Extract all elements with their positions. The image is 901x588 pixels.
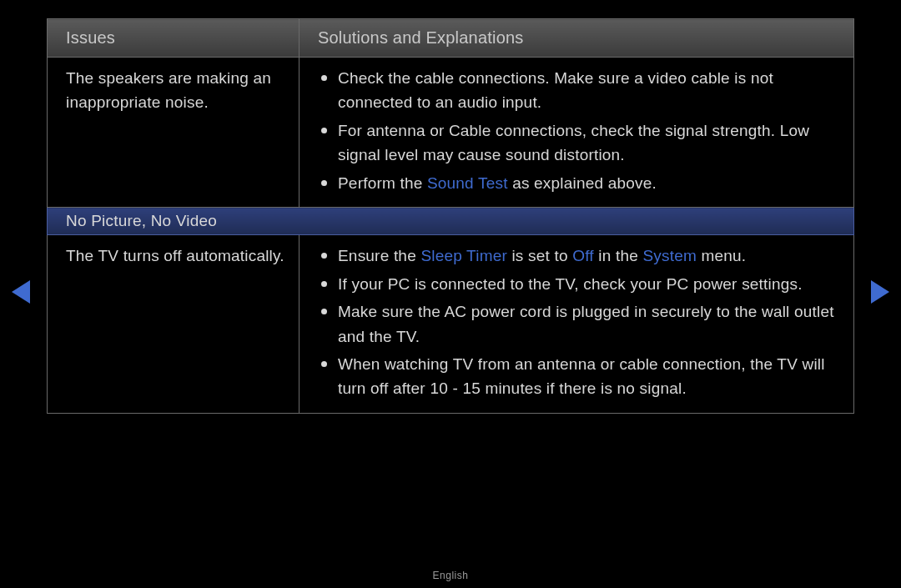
section-title: No Picture, No Video [48, 208, 854, 235]
footer-language: English [0, 570, 901, 581]
solution-text: menu. [697, 247, 746, 264]
header-issues: Issues [48, 19, 299, 58]
troubleshooting-table: Issues Solutions and Explanations The sp… [47, 18, 854, 414]
solution-item: Ensure the Sleep Timer is set to Off in … [320, 244, 838, 268]
table-header-row: Issues Solutions and Explanations [48, 19, 854, 58]
section-header-row: No Picture, No Video [48, 208, 854, 235]
issue-cell: The speakers are making an inappropriate… [48, 58, 299, 208]
solution-item: When watching TV from an antenna or cabl… [320, 352, 838, 401]
solution-text: is set to [507, 247, 572, 264]
manual-page: Issues Solutions and Explanations The sp… [0, 0, 901, 588]
keyword-sound-test: Sound Test [427, 174, 508, 192]
solution-text: Perform the [338, 174, 427, 192]
solution-item: Check the cable connections. Make sure a… [320, 66, 838, 115]
issue-cell: The TV turns off automatically. [48, 235, 299, 414]
solution-cell: Check the cable connections. Make sure a… [299, 58, 854, 208]
solution-item: For antenna or Cable connections, check … [320, 118, 838, 168]
solution-item: Make sure the AC power cord is plugged i… [320, 299, 838, 349]
solution-cell: Ensure the Sleep Timer is set to Off in … [299, 235, 854, 414]
solution-text: in the [594, 247, 643, 264]
header-solutions: Solutions and Explanations [299, 19, 854, 58]
solution-text: as explained above. [508, 174, 657, 192]
keyword-off: Off [572, 247, 594, 264]
solution-item: If your PC is connected to the TV, check… [320, 272, 838, 296]
next-page-arrow-icon[interactable] [871, 280, 889, 304]
previous-page-arrow-icon[interactable] [12, 280, 30, 304]
solution-item: Perform the Sound Test as explained abov… [320, 171, 838, 195]
keyword-sleep-timer: Sleep Timer [420, 247, 507, 264]
table-row: The TV turns off automatically. Ensure t… [48, 235, 854, 414]
keyword-system: System [642, 247, 697, 264]
solution-text: Ensure the [338, 247, 420, 264]
table-row: The speakers are making an inappropriate… [48, 58, 854, 208]
